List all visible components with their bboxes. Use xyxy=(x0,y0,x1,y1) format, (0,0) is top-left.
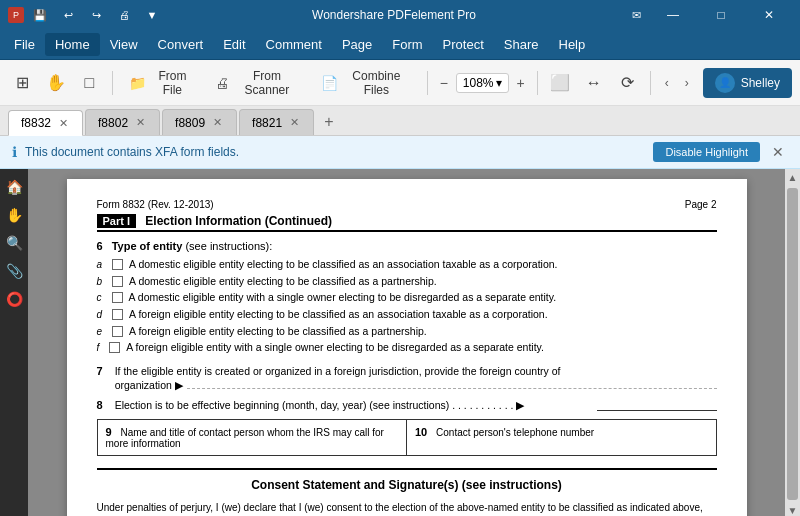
notification-close-btn[interactable]: ✕ xyxy=(768,144,788,160)
maximize-btn[interactable]: □ xyxy=(698,0,744,30)
tab-close-f8809[interactable]: ✕ xyxy=(211,116,224,129)
menu-comment[interactable]: Comment xyxy=(256,33,332,56)
separator-4 xyxy=(650,71,651,95)
menu-protect[interactable]: Protect xyxy=(433,33,494,56)
checkbox-a[interactable] xyxy=(112,259,123,270)
menu-share[interactable]: Share xyxy=(494,33,549,56)
hand-tool-btn[interactable]: ✋ xyxy=(41,67,70,99)
section-10: 10 Contact person's telephone number xyxy=(407,420,716,455)
zoom-dropdown-icon[interactable]: ▾ xyxy=(496,76,502,90)
window-title: Wondershare PDFelement Pro xyxy=(162,8,626,22)
option-e-text: A foreign eligible entity electing to be… xyxy=(129,325,427,339)
section-8: 8 Election is to be effective beginning … xyxy=(97,399,717,411)
checkbox-e[interactable] xyxy=(112,326,123,337)
undo-btn[interactable]: ↩ xyxy=(58,5,78,25)
scroll-up-btn[interactable]: ▲ xyxy=(785,169,800,186)
zoom-plus-btn[interactable]: + xyxy=(513,75,529,91)
fit-width-btn[interactable]: ↔ xyxy=(579,67,608,99)
part-title-text: Election Information (Continued) xyxy=(145,214,332,228)
tab-label: f8809 xyxy=(175,116,205,130)
checkbox-d[interactable] xyxy=(112,309,123,320)
tab-label: f8832 xyxy=(21,116,51,130)
option-b-label: b xyxy=(97,275,103,288)
close-btn[interactable]: ✕ xyxy=(746,0,792,30)
scroll-thumb[interactable] xyxy=(787,188,798,500)
checkbox-c[interactable] xyxy=(112,292,123,303)
page-container[interactable]: Form 8832 (Rev. 12-2013) Page 2 Part I E… xyxy=(28,169,785,516)
option-d-text: A foreign eligible entity electing to be… xyxy=(129,308,548,322)
tab-f8802[interactable]: f8802 ✕ xyxy=(85,109,160,135)
menu-bar: File Home View Convert Edit Comment Page… xyxy=(0,30,800,60)
option-a-label: a xyxy=(97,258,103,271)
email-icon[interactable]: ✉ xyxy=(626,5,646,25)
tabs-bar: f8832 ✕ f8802 ✕ f8809 ✕ f8821 ✕ + xyxy=(0,106,800,136)
print-btn[interactable]: 🖨 xyxy=(114,5,134,25)
redo-btn[interactable]: ↪ xyxy=(86,5,106,25)
add-tab-btn[interactable]: + xyxy=(316,109,341,135)
combine-files-btn[interactable]: 📄 Combine Files xyxy=(313,65,419,101)
checkbox-f[interactable] xyxy=(109,342,120,353)
rotate-btn[interactable]: ⟳ xyxy=(612,67,641,99)
option-c: c A domestic eligible entity with a sing… xyxy=(97,291,717,305)
nav-next-btn[interactable]: › xyxy=(679,72,695,94)
title-bar-right: ✉ — □ ✕ xyxy=(626,0,792,30)
scroll-down-btn[interactable]: ▼ xyxy=(785,502,800,516)
sidebar-hand-icon[interactable]: ✋ xyxy=(2,203,26,227)
notification-text: This document contains XFA form fields. xyxy=(25,145,645,159)
quick-save-btn[interactable]: 💾 xyxy=(30,5,50,25)
select-tool-btn[interactable]: □ xyxy=(75,67,104,99)
option-a-text: A domestic eligible entity electing to b… xyxy=(129,258,557,272)
grid-tool-btn[interactable]: ⊞ xyxy=(8,67,37,99)
fit-page-btn[interactable]: ⬜ xyxy=(546,67,575,99)
option-e: e A foreign eligible entity electing to … xyxy=(97,325,717,339)
tab-f8832[interactable]: f8832 ✕ xyxy=(8,110,83,136)
document-page: Form 8832 (Rev. 12-2013) Page 2 Part I E… xyxy=(67,179,747,516)
zoom-minus-btn[interactable]: − xyxy=(436,75,452,91)
checkbox-b[interactable] xyxy=(112,276,123,287)
menu-home[interactable]: Home xyxy=(45,33,100,56)
from-file-btn[interactable]: 📁 From File xyxy=(121,65,203,101)
scrollbar[interactable]: ▲ ▼ xyxy=(785,169,800,516)
tab-f8809[interactable]: f8809 ✕ xyxy=(162,109,237,135)
menu-file[interactable]: File xyxy=(4,33,45,56)
from-scanner-btn[interactable]: 🖨 From Scanner xyxy=(207,65,309,101)
tab-close-f8821[interactable]: ✕ xyxy=(288,116,301,129)
user-account-btn[interactable]: 👤 Shelley xyxy=(703,68,792,98)
section-10-num: 10 xyxy=(415,426,427,438)
title-bar-left: P 💾 ↩ ↪ 🖨 ▼ xyxy=(8,5,162,25)
tab-label: f8802 xyxy=(98,116,128,130)
section-7: 7 If the eligible entity is created or o… xyxy=(97,365,717,391)
zoom-control[interactable]: 108% ▾ xyxy=(456,73,509,93)
minimize-btn[interactable]: — xyxy=(650,0,696,30)
option-e-label: e xyxy=(97,325,103,338)
menu-form[interactable]: Form xyxy=(382,33,432,56)
section-9-text: Name and title of contact person whom th… xyxy=(106,427,384,449)
disable-highlight-btn[interactable]: Disable Highlight xyxy=(653,142,760,162)
dropdown-btn[interactable]: ▼ xyxy=(142,5,162,25)
consent-text: Under penalties of perjury, I (we) decla… xyxy=(97,500,717,516)
sidebar-search-icon[interactable]: 🔍 xyxy=(2,231,26,255)
menu-help[interactable]: Help xyxy=(549,33,596,56)
sidebar-bookmark-icon[interactable]: ⭕ xyxy=(2,287,26,311)
section-7-text: If the eligible entity is created or org… xyxy=(115,365,717,377)
tab-close-f8832[interactable]: ✕ xyxy=(57,117,70,130)
menu-edit[interactable]: Edit xyxy=(213,33,255,56)
sidebar-home-icon[interactable]: 🏠 xyxy=(2,175,26,199)
option-d-label: d xyxy=(97,308,103,321)
menu-view[interactable]: View xyxy=(100,33,148,56)
section-8-answer[interactable] xyxy=(597,410,717,411)
menu-convert[interactable]: Convert xyxy=(148,33,214,56)
sidebar-attachment-icon[interactable]: 📎 xyxy=(2,259,26,283)
option-f-text: A foreign eligible entity with a single … xyxy=(126,341,544,355)
window-controls: — □ ✕ xyxy=(650,0,792,30)
section-7-num: 7 xyxy=(97,365,103,377)
tab-f8821[interactable]: f8821 ✕ xyxy=(239,109,314,135)
from-scanner-label: From Scanner xyxy=(233,69,301,97)
part-label: Part I xyxy=(97,214,137,228)
user-avatar: 👤 xyxy=(715,73,735,93)
info-icon: ℹ xyxy=(12,144,17,160)
folder-icon: 📁 xyxy=(129,75,146,91)
nav-prev-btn[interactable]: ‹ xyxy=(659,72,675,94)
tab-close-f8802[interactable]: ✕ xyxy=(134,116,147,129)
menu-page[interactable]: Page xyxy=(332,33,382,56)
